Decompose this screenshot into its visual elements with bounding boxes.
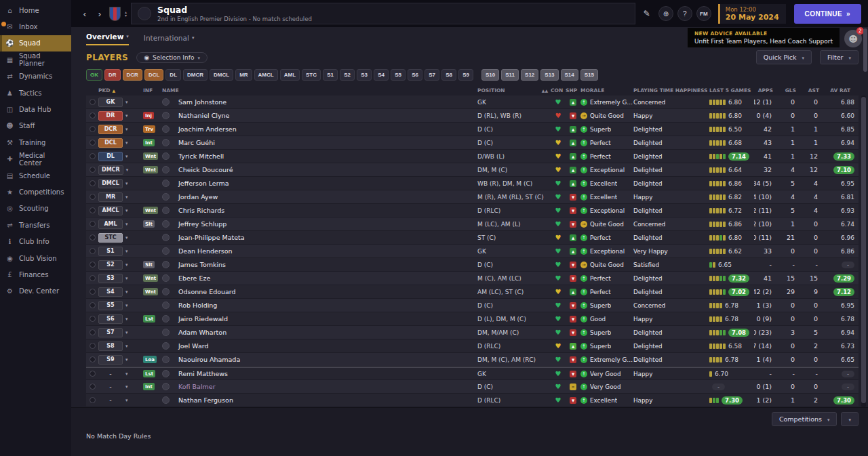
pkd-dropdown[interactable]: S9▾ — [98, 353, 143, 366]
position-filter-s2[interactable]: S2 — [340, 69, 355, 81]
player-row[interactable]: S2▾SltJames TomkinsD (C)♥▼→Quite GoodSat… — [86, 258, 859, 272]
sidebar-item-club-vision[interactable]: ◉Club Vision — [0, 250, 71, 266]
row-select-circle[interactable] — [86, 163, 98, 176]
position-filter-s7[interactable]: S7 — [425, 69, 439, 81]
continue-button[interactable]: CONTINUE » — [794, 4, 861, 24]
row-select-circle[interactable] — [86, 217, 98, 230]
sidebar-item-competitions[interactable]: ★Competitions — [0, 184, 71, 200]
position-filter-amcl[interactable]: AMCL — [254, 69, 278, 81]
player-row[interactable]: -▾IntKofi BalmerD (C)♥=↑Very Good-0 (1)0… — [86, 380, 859, 394]
player-name[interactable]: Nathan Ferguson — [174, 394, 477, 407]
column-header-avrat[interactable]: AV RAT — [827, 87, 859, 94]
player-name[interactable]: Marc Guéhi — [174, 136, 477, 149]
position-filter-dcl[interactable]: DCL — [144, 69, 163, 81]
player-row[interactable]: S3▾WntEbere EzeM (C), AM (LC)♥▼↑PerfectD… — [86, 272, 859, 285]
player-row[interactable]: S4▾WntOdsonne EdouardAM (LC), ST (C)♥▲↑P… — [86, 285, 859, 299]
tab-overview[interactable]: Overview▾ — [86, 33, 129, 45]
position-filter-s11[interactable]: S11 — [501, 69, 519, 81]
table-scrollbar-thumb[interactable] — [861, 97, 866, 403]
sidebar-item-staff[interactable]: ☻Staff — [0, 118, 71, 134]
position-filter-s6[interactable]: S6 — [408, 69, 422, 81]
player-row[interactable]: -▾LstRemi MatthewsGK♥▼↑Very GoodHappy6.7… — [86, 367, 859, 380]
row-select-circle[interactable] — [86, 272, 98, 285]
row-select-circle[interactable] — [86, 380, 98, 393]
pkd-dropdown[interactable]: AML▾ — [98, 217, 143, 230]
position-filter-dr[interactable]: DR — [104, 69, 121, 81]
player-name[interactable]: Jairo Riedewald — [174, 312, 477, 325]
advice-panel[interactable]: NEW ADVICE AVAILABLE Unfit First Team Pl… — [688, 28, 840, 47]
expand-dropdown[interactable]: ▾ — [841, 412, 859, 426]
position-filter-s3[interactable]: S3 — [357, 69, 372, 81]
competitions-dropdown[interactable]: Competitions ▾ — [772, 412, 837, 426]
row-select-circle[interactable] — [86, 258, 98, 271]
column-header-apps[interactable]: APPS — [754, 87, 781, 94]
position-filter-s15[interactable]: S15 — [580, 69, 598, 81]
row-select-circle[interactable] — [86, 231, 98, 244]
pkd-dropdown[interactable]: -▾ — [98, 394, 143, 407]
position-filter-aml[interactable]: AML — [280, 69, 300, 81]
position-filter-s8[interactable]: S8 — [441, 69, 456, 81]
quick-pick-button[interactable]: Quick Pick ▾ — [756, 50, 812, 64]
sidebar-item-scouting[interactable]: ◎Scouting — [0, 201, 71, 217]
column-header-gls[interactable]: GLS — [781, 87, 804, 94]
pkd-dropdown[interactable]: DL▾ — [98, 150, 143, 163]
player-name[interactable]: Rob Holding — [174, 299, 477, 312]
row-select-circle[interactable] — [86, 299, 98, 312]
row-select-circle[interactable] — [86, 312, 98, 325]
window-scrollbar-thumb[interactable] — [863, 28, 867, 72]
pkd-dropdown[interactable]: AMCL▾ — [98, 204, 143, 217]
pkd-dropdown[interactable]: DMCR▾ — [98, 163, 143, 176]
row-select-circle[interactable] — [86, 285, 98, 298]
row-select-circle[interactable] — [86, 353, 98, 366]
row-select-circle[interactable] — [86, 190, 98, 203]
row-select-circle[interactable] — [86, 96, 98, 108]
help-icon[interactable]: ? — [677, 6, 692, 21]
player-name[interactable]: Dean Henderson — [174, 245, 477, 257]
sidebar-item-tactics[interactable]: ♟Tactics — [0, 85, 71, 101]
position-filter-s13[interactable]: S13 — [540, 69, 558, 81]
sidebar-item-medical-center[interactable]: ✚Medical Center — [0, 151, 71, 167]
player-row[interactable]: DR▾InjNathaniel ClyneD (RL), WB (R)♥▼→Qu… — [86, 109, 859, 123]
column-header-morale[interactable]: MORALE — [580, 87, 633, 94]
back-button[interactable]: ‹ — [79, 9, 90, 19]
player-row[interactable]: DMCR▾WntCheick DoucouréDM, M (C)♥▲↑Excep… — [86, 163, 859, 177]
column-header-position[interactable]: POSITION▲▲ — [477, 87, 551, 94]
pkd-dropdown[interactable]: DCR▾ — [98, 123, 143, 136]
position-filter-s5[interactable]: S5 — [391, 69, 406, 81]
pkd-dropdown[interactable]: -▾ — [98, 368, 143, 379]
pkd-dropdown[interactable]: DR▾ — [98, 109, 143, 122]
column-header-inf[interactable]: INF — [143, 87, 162, 94]
player-name[interactable]: Jeffrey Schlupp — [174, 217, 477, 230]
pkd-dropdown[interactable]: S6▾ — [98, 312, 143, 325]
crest-carets-icon[interactable]: ▴▾ — [125, 10, 127, 17]
player-row[interactable]: S9▾LoaNaouirou AhamadaDM, M (C), AM (RC)… — [86, 353, 859, 367]
sidebar-item-dev-center[interactable]: ⚙Dev. Center — [0, 283, 71, 299]
player-row[interactable]: AML▾SltJeffrey SchluppM (LC), AM (L)♥▼→Q… — [86, 217, 859, 231]
player-row[interactable]: DMCL▾Jefferson LermaWB (R), DM, M (C)♥▲↑… — [86, 177, 859, 190]
player-row[interactable]: S5▾Rob HoldingD (C)♥▼↑SuperbConcerned6.7… — [86, 299, 859, 312]
player-name[interactable]: Odsonne Edouard — [174, 285, 477, 298]
player-name[interactable]: Jefferson Lerma — [174, 177, 477, 190]
player-name[interactable]: Jordan Ayew — [174, 190, 477, 203]
player-row[interactable]: DL▾WntTyrick MitchellD/WB (L)♥▲↑PerfectD… — [86, 150, 859, 163]
row-select-circle[interactable] — [86, 245, 98, 257]
player-row[interactable]: GK▾Sam JohnstoneGK♥▲↑Extremely GoodConce… — [86, 96, 859, 109]
pkd-dropdown[interactable]: S4▾ — [98, 285, 143, 298]
column-header-shp[interactable]: SHP — [566, 87, 580, 94]
pkd-dropdown[interactable]: DCL▾ — [98, 136, 143, 149]
row-select-circle[interactable] — [86, 123, 98, 136]
column-header-name[interactable]: NAME — [162, 87, 477, 94]
row-select-circle[interactable] — [86, 204, 98, 217]
player-name[interactable]: Joachim Andersen — [174, 123, 477, 136]
selection-info-dropdown[interactable]: ◉ Selection Info ▾ — [136, 52, 208, 63]
position-filter-stc[interactable]: STC — [302, 69, 321, 81]
player-name[interactable]: Adam Wharton — [174, 326, 477, 339]
player-name[interactable]: Nathaniel Clyne — [174, 109, 477, 122]
sidebar-item-data-hub[interactable]: ◫Data Hub — [0, 101, 71, 117]
position-filter-s12[interactable]: S12 — [521, 69, 538, 81]
player-name[interactable]: Tyrick Mitchell — [174, 150, 477, 163]
row-select-circle[interactable] — [86, 394, 98, 407]
sidebar-item-club-info[interactable]: ℹClub Info — [0, 233, 71, 249]
column-header-last-5-games[interactable]: LAST 5 GAMES — [709, 87, 754, 94]
column-header-playing-time-happiness[interactable]: PLAYING TIME HAPPINESS — [633, 87, 709, 94]
